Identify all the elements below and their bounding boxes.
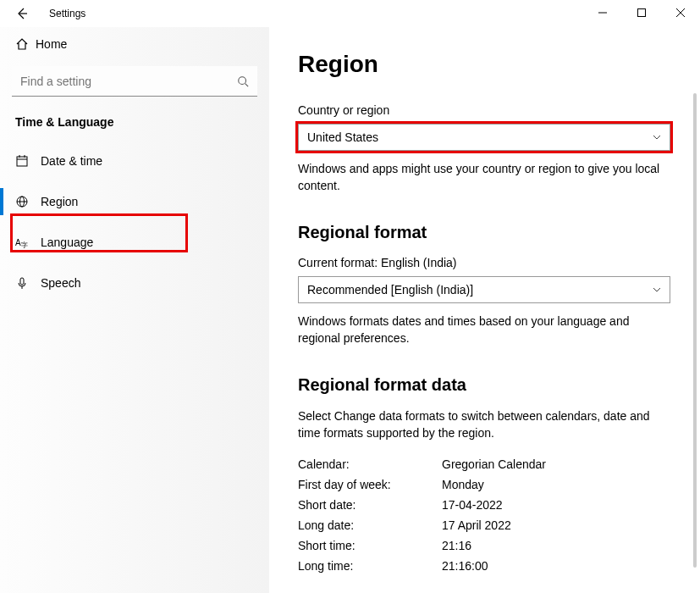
nav-label: Language — [41, 236, 93, 249]
nav-label: Region — [41, 195, 78, 208]
search-input[interactable] — [12, 66, 257, 97]
svg-rect-7 — [17, 157, 27, 166]
search-icon — [237, 75, 249, 87]
format-value: Recommended [English (India)] — [307, 283, 473, 296]
data-row: Long date:17 April 2022 — [298, 518, 671, 532]
scrollbar[interactable] — [693, 93, 697, 568]
country-value: United States — [307, 130, 378, 144]
svg-rect-16 — [20, 278, 24, 285]
country-dropdown[interactable]: United States — [298, 124, 670, 151]
language-icon: A字 — [15, 236, 41, 249]
home-label: Home — [36, 37, 67, 51]
page-title: Region — [298, 51, 671, 78]
svg-text:字: 字 — [21, 241, 28, 249]
nav-region[interactable]: Region — [0, 181, 269, 222]
data-row: Short date:17-04-2022 — [298, 498, 671, 512]
format-help: Windows formats dates and times based on… — [298, 313, 671, 346]
home-nav[interactable]: Home — [0, 27, 269, 61]
microphone-icon — [15, 276, 41, 290]
data-row: First day of week:Monday — [298, 478, 671, 491]
minimize-button[interactable] — [583, 0, 622, 25]
close-button[interactable] — [661, 0, 700, 25]
format-dropdown[interactable]: Recommended [English (India)] — [298, 276, 670, 303]
nav-label: Date & time — [41, 154, 102, 168]
data-row: Calendar:Gregorian Calendar — [298, 457, 671, 471]
section-title: Time & Language — [0, 108, 269, 141]
window-title: Settings — [49, 8, 85, 19]
country-help: Windows and apps might use your country … — [298, 161, 671, 194]
back-button[interactable] — [15, 7, 32, 20]
data-heading: Regional format data — [298, 375, 671, 395]
country-label: Country or region — [298, 103, 671, 117]
home-icon — [15, 37, 36, 51]
svg-rect-2 — [638, 9, 646, 17]
data-row: Long time:21:16:00 — [298, 559, 671, 573]
maximize-button[interactable] — [622, 0, 661, 25]
globe-icon — [15, 195, 41, 208]
regional-heading: Regional format — [298, 223, 671, 242]
nav-label: Speech — [41, 276, 80, 290]
nav-language[interactable]: A字 Language — [0, 222, 269, 263]
svg-line-6 — [245, 83, 249, 86]
data-row: Short time:21:16 — [298, 539, 671, 552]
chevron-down-icon — [653, 135, 661, 140]
svg-point-5 — [239, 76, 246, 84]
chevron-down-icon — [653, 287, 661, 292]
clock-icon — [15, 154, 41, 168]
nav-speech[interactable]: Speech — [0, 263, 269, 303]
svg-text:A: A — [15, 238, 21, 247]
search-field[interactable] — [20, 75, 223, 88]
nav-date-time[interactable]: Date & time — [0, 141, 269, 181]
data-help: Select Change data formats to switch bet… — [298, 408, 671, 441]
current-format-label: Current format: English (India) — [298, 256, 671, 269]
